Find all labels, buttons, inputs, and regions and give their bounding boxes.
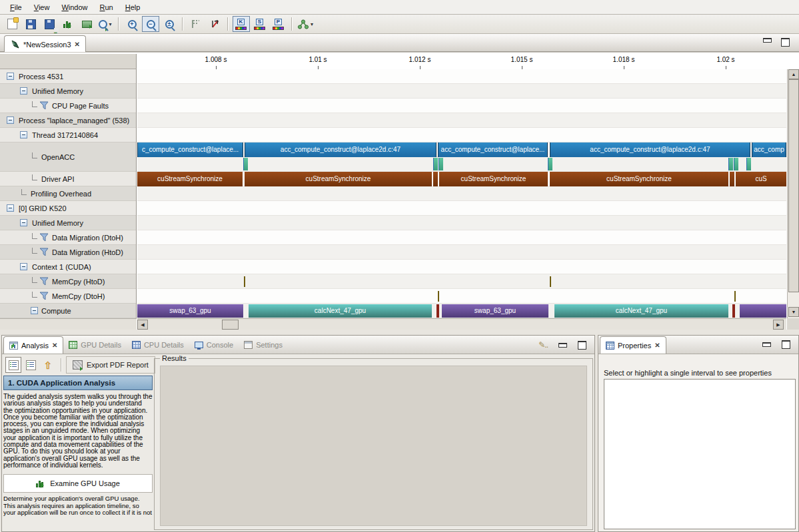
tree-row[interactable]: Context 1 (CUDA)	[0, 260, 136, 274]
save-button[interactable]	[22, 16, 39, 32]
tree-row[interactable]: MemCpy (DtoH)	[0, 289, 136, 304]
view-menu-icon[interactable]: ✎..	[538, 340, 548, 350]
back-button[interactable]: ⇧	[40, 357, 56, 373]
stream-color-button[interactable]: S	[251, 16, 269, 32]
driver-api-interval[interactable]: cuStreamSynchronize	[550, 172, 728, 186]
run-analysis-button[interactable]	[78, 16, 95, 32]
driver-api-interval[interactable]: cuStreamSynchronize	[137, 172, 243, 186]
maximize-icon[interactable]	[782, 340, 790, 349]
zoom-in-button[interactable]: +	[123, 16, 141, 32]
tree-row[interactable]: OpenACC	[0, 142, 136, 172]
save-all-button[interactable]	[41, 16, 58, 32]
collapse-toggle-icon[interactable]	[20, 131, 27, 138]
compute-kernel-interval[interactable]: swap_63_gpu	[442, 304, 548, 318]
minimize-icon[interactable]	[763, 38, 772, 43]
minimize-icon[interactable]	[762, 342, 771, 347]
scroll-down-icon[interactable]: ▼	[788, 307, 799, 317]
maximize-icon[interactable]	[781, 38, 790, 47]
close-icon[interactable]: ✕	[52, 342, 57, 349]
tab-cpu-details[interactable]: CPU Details	[127, 336, 189, 354]
compute-kernel-interval[interactable]	[436, 304, 439, 318]
scroll-right-icon[interactable]: ▶	[773, 320, 784, 330]
menu-file[interactable]: File	[4, 1, 28, 13]
openacc-enqueue-tick[interactable]	[438, 158, 443, 170]
zoom-out-button[interactable]: −	[142, 16, 159, 32]
marker-ruler-button[interactable]	[187, 16, 205, 32]
tab-analysis[interactable]: Analysis✕	[3, 336, 63, 354]
zoom-fit-button[interactable]: ±	[161, 16, 178, 32]
collapse-toggle-icon[interactable]	[7, 117, 14, 124]
collapse-toggle-icon[interactable]	[7, 204, 14, 212]
tree-row[interactable]: Process "laplace_managed" (538)	[0, 113, 136, 128]
driver-api-interval[interactable]	[730, 172, 734, 186]
minimize-icon[interactable]	[558, 343, 567, 348]
tree-row[interactable]: [0] GRID K520	[0, 201, 136, 216]
tree-row[interactable]: Thread 3172140864	[0, 128, 136, 142]
compute-kernel-interval[interactable]: swap_63_gpu	[137, 304, 243, 318]
tree-row[interactable]: Data Migration (HtoD)	[0, 245, 136, 260]
collapse-toggle-icon[interactable]	[20, 263, 27, 270]
driver-api-interval[interactable]: cuStreamSynchronize	[439, 172, 548, 186]
openacc-interval[interactable]: acc_comp	[752, 142, 786, 157]
export-pdf-button[interactable]: Export PDF Report	[66, 356, 155, 374]
process-color-button[interactable]: P	[270, 16, 287, 32]
tab-properties[interactable]: Properties ✕	[600, 336, 666, 354]
dropdown-caret-icon[interactable]: ▾	[109, 21, 111, 27]
goto-marker-button[interactable]	[206, 16, 223, 32]
guided-analysis-button[interactable]	[5, 357, 21, 373]
openacc-interval[interactable]: acc_compute_construct@laplace2d.c:47	[245, 142, 436, 157]
horizontal-scrollbar[interactable]: ◀ ▶	[137, 318, 786, 330]
openacc-enqueue-tick[interactable]	[243, 158, 248, 170]
tree-row[interactable]: Compute	[0, 304, 136, 318]
driver-api-interval[interactable]	[433, 172, 438, 186]
vertical-scrollbar[interactable]: ▲ ▼	[787, 69, 799, 318]
tree-row[interactable]: Profiling Overhead	[0, 186, 136, 201]
openacc-enqueue-tick[interactable]	[548, 158, 552, 170]
unguided-analysis-button[interactable]	[23, 357, 39, 373]
compute-kernel-interval[interactable]: calcNext_47_gpu	[249, 304, 432, 318]
new-session-button[interactable]	[3, 16, 21, 32]
memcpy-htod-tick[interactable]	[244, 276, 245, 287]
session-tab[interactable]: *NewSession3 ✕	[4, 35, 86, 53]
horizontal-scroll-thumb[interactable]	[222, 320, 239, 330]
collapse-toggle-icon[interactable]	[31, 307, 38, 314]
tree-row[interactable]: Process 4531	[0, 69, 136, 84]
collapse-toggle-icon[interactable]	[20, 87, 27, 95]
kernel-color-button[interactable]: K	[233, 16, 250, 32]
menu-window[interactable]: Window	[55, 1, 93, 13]
openacc-interval[interactable]: acc_compute_construct@laplace...	[438, 142, 548, 157]
openacc-interval[interactable]: c_compute_construct@laplace...	[137, 142, 243, 157]
close-icon[interactable]: ✕	[654, 342, 660, 349]
menu-view[interactable]: View	[28, 1, 56, 13]
openacc-enqueue-tick[interactable]	[433, 158, 438, 170]
tree-row[interactable]: Unified Memory	[0, 216, 136, 230]
compute-kernel-interval[interactable]	[732, 304, 735, 318]
examine-gpu-usage-button[interactable]: Examine GPU Usage	[3, 474, 153, 493]
tab-console[interactable]: Console	[189, 336, 239, 354]
scroll-up-icon[interactable]: ▲	[788, 69, 799, 79]
generate-timeline-button[interactable]	[59, 16, 77, 32]
driver-api-interval[interactable]: cuStreamSynchronize	[245, 172, 432, 186]
compute-kernel-interval[interactable]	[740, 304, 786, 318]
tree-row[interactable]: CPU Page Faults	[0, 99, 136, 113]
openacc-enqueue-tick[interactable]	[728, 158, 733, 170]
driver-api-interval[interactable]: cuS	[736, 172, 786, 186]
zoom-run-button[interactable]: ▾	[97, 16, 114, 32]
close-icon[interactable]: ✕	[75, 41, 80, 48]
collapse-toggle-icon[interactable]	[7, 73, 14, 80]
tree-row[interactable]: Driver API	[0, 172, 136, 186]
dependency-view-button[interactable]: ▾	[297, 16, 314, 32]
tab-gpu-details[interactable]: GPU Details	[63, 336, 127, 354]
tree-row[interactable]: Unified Memory	[0, 84, 136, 99]
memcpy-dtoh-tick[interactable]	[734, 291, 736, 302]
collapse-toggle-icon[interactable]	[20, 219, 27, 226]
scroll-left-icon[interactable]: ◀	[137, 320, 148, 330]
menu-help[interactable]: Help	[119, 1, 147, 13]
compute-kernel-interval[interactable]: calcNext_47_gpu	[554, 304, 728, 318]
memcpy-htod-tick[interactable]	[550, 276, 551, 287]
maximize-icon[interactable]	[578, 341, 586, 350]
vertical-scroll-thumb[interactable]	[788, 79, 799, 292]
openacc-enqueue-tick[interactable]	[734, 158, 738, 170]
tree-row[interactable]: MemCpy (HtoD)	[0, 274, 136, 289]
tab-settings[interactable]: Settings	[239, 336, 288, 354]
